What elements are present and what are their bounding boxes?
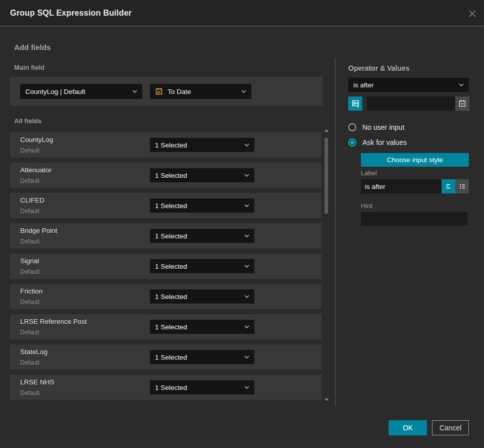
date-field-select-value: To Date <box>168 88 191 95</box>
text-input-style-button[interactable] <box>442 179 455 193</box>
field-name: Bridge Point <box>20 227 58 234</box>
field-selected-dropdown[interactable]: 1 Selected <box>150 259 254 273</box>
group-sql-expression-builder-dialog: Group SQL Expression Builder Add fields … <box>0 0 484 448</box>
main-field-select-value: CountyLog | Default <box>25 88 85 95</box>
field-name: LRSE NHS <box>20 378 55 386</box>
cancel-button[interactable]: Cancel <box>432 420 469 435</box>
chevron-down-icon <box>244 204 249 207</box>
chevron-down-icon <box>244 295 249 298</box>
add-fields-heading: Add fields <box>14 43 51 52</box>
chevron-down-icon <box>459 83 464 86</box>
field-selected-dropdown[interactable]: 1 Selected <box>150 229 254 243</box>
dialog-title: Group SQL Expression Builder <box>10 0 132 26</box>
field-selected-dropdown[interactable]: 1 Selected <box>150 289 254 304</box>
field-row: LRSE Reference Post Default 1 Selected <box>10 314 321 339</box>
chevron-down-icon <box>244 356 249 359</box>
field-name: StateLog <box>20 348 47 356</box>
label-label: Label <box>361 169 377 177</box>
radio-ask-for-values[interactable]: Ask for values <box>348 138 407 146</box>
field-row: Friction Default 1 Selected <box>10 284 321 309</box>
field-row: Bridge Point Default 1 Selected <box>10 223 321 248</box>
field-subtitle: Default <box>20 147 39 154</box>
operator-select[interactable]: is after <box>348 78 469 92</box>
field-subtitle: Default <box>20 177 39 184</box>
text-lines-icon <box>445 182 453 190</box>
chevron-down-icon <box>132 90 137 93</box>
value-input[interactable] <box>367 96 455 111</box>
choose-input-style-button[interactable]: Choose input style <box>361 153 469 167</box>
radio-circle-selected-icon <box>348 138 356 146</box>
value-calendar-button[interactable] <box>455 96 469 111</box>
calendar-icon <box>155 87 163 95</box>
field-name: CLIFED <box>20 196 44 204</box>
chevron-down-icon <box>244 234 249 237</box>
main-field-panel: CountyLog | Default To Date <box>10 77 323 106</box>
field-row: LRSE NHS Default 1 Selected <box>10 375 321 400</box>
dialog-header: Group SQL Expression Builder <box>0 0 484 26</box>
main-field-label: Main field <box>14 64 44 71</box>
chevron-down-icon <box>244 143 249 146</box>
field-subtitle: Default <box>20 238 39 245</box>
field-row: Attenuator Default 1 Selected <box>10 163 321 188</box>
chevron-down-icon <box>241 90 246 93</box>
list-input-style-button[interactable] <box>455 179 469 193</box>
close-button[interactable] <box>467 9 477 19</box>
all-fields-label: All fields <box>14 117 41 125</box>
field-selected-dropdown[interactable]: 1 Selected <box>150 320 254 334</box>
radio-no-user-input[interactable]: No user input <box>348 123 404 131</box>
chevron-down-icon <box>244 265 249 268</box>
close-icon <box>468 10 476 18</box>
field-selected-dropdown[interactable]: 1 Selected <box>150 168 254 182</box>
field-selected-dropdown[interactable]: 1 Selected <box>150 380 254 394</box>
field-row: CountyLog Default 1 Selected <box>10 132 321 158</box>
field-subtitle: Default <box>20 329 39 336</box>
field-name: Attenuator <box>20 166 51 174</box>
field-name: Friction <box>20 287 42 295</box>
field-name: Signal <box>20 257 39 265</box>
field-subtitle: Default <box>20 268 39 275</box>
field-row: StateLog Default 1 Selected <box>10 344 321 370</box>
field-row: CLIFED Default 1 Selected <box>10 193 321 218</box>
label-input[interactable] <box>361 179 442 193</box>
hint-label: Hint <box>361 202 372 210</box>
date-field-select[interactable]: To Date <box>150 84 251 99</box>
main-field-select[interactable]: CountyLog | Default <box>20 84 142 99</box>
scrollbar-thumb[interactable] <box>325 138 328 214</box>
scrollbar-up-arrow[interactable] <box>325 129 329 132</box>
field-row: Signal Default 1 Selected <box>10 254 321 279</box>
field-name: LRSE Reference Post <box>20 318 87 325</box>
field-subtitle: Default <box>20 208 39 215</box>
calendar-icon <box>458 99 466 108</box>
unique-values-icon <box>351 99 360 108</box>
operator-values-heading: Operator & Values <box>348 64 409 72</box>
chevron-down-icon <box>244 325 249 328</box>
field-name: CountyLog <box>20 136 53 143</box>
operator-select-value: is after <box>353 81 374 89</box>
field-subtitle: Default <box>20 298 39 306</box>
field-selected-dropdown[interactable]: 1 Selected <box>150 138 254 152</box>
hint-input[interactable] <box>361 212 467 226</box>
scrollbar-down-arrow[interactable] <box>325 399 329 401</box>
list-icon <box>458 182 466 190</box>
radio-label: Ask for values <box>362 138 407 146</box>
field-subtitle: Default <box>20 389 39 396</box>
field-selected-dropdown[interactable]: 1 Selected <box>150 350 254 364</box>
radio-label: No user input <box>362 123 404 131</box>
chevron-down-icon <box>244 386 249 389</box>
radio-circle-icon <box>348 123 356 131</box>
field-selected-dropdown[interactable]: 1 Selected <box>150 198 254 213</box>
panel-divider <box>335 59 336 406</box>
chevron-down-icon <box>244 174 249 177</box>
ok-button[interactable]: OK <box>389 420 427 435</box>
field-subtitle: Default <box>20 359 39 366</box>
unique-values-button[interactable] <box>348 96 362 111</box>
